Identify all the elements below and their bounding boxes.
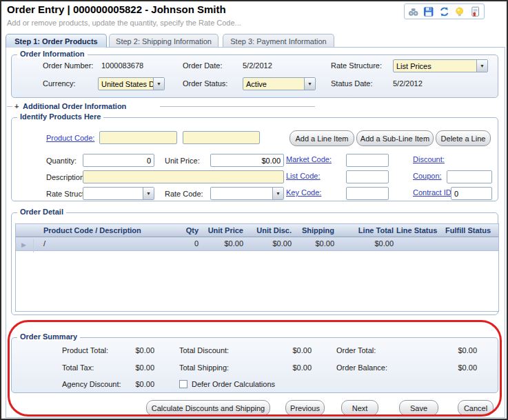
list-code-input[interactable] xyxy=(346,170,389,183)
total-tax-value: $0.00 xyxy=(101,363,154,372)
column-header: Fulfill Status xyxy=(445,226,488,234)
button-label: Add a Sub-Line Item xyxy=(360,134,429,143)
button-label: Previous xyxy=(290,404,320,412)
previous-button[interactable]: Previous xyxy=(285,400,325,416)
order-balance-label: Order Balance: xyxy=(336,363,387,372)
column-header: Unit Disc. xyxy=(250,226,292,234)
order-number-value: 1000083678 xyxy=(101,61,143,70)
market-code-link[interactable]: Market Code: xyxy=(286,155,332,163)
additional-order-information-expander[interactable]: Additional Order Information xyxy=(23,102,126,110)
next-button[interactable]: Next xyxy=(341,400,378,416)
rate-structure-label: Rate Structure: xyxy=(331,61,382,70)
chevron-down-icon: ▼ xyxy=(143,188,154,199)
chevron-down-icon: ▼ xyxy=(304,78,315,90)
list-code-link[interactable]: List Code: xyxy=(286,172,321,180)
save-icon[interactable] xyxy=(423,6,434,17)
total-shipping-value: $0.00 xyxy=(256,363,312,372)
key-code-input[interactable] xyxy=(346,187,389,200)
product-total-value: $0.00 xyxy=(101,346,154,354)
button-label: Calculate Discounts and Shipping xyxy=(152,404,265,412)
status-date-label: Status Date: xyxy=(331,79,373,88)
add-sub-line-item-button[interactable]: Add a Sub-Line Item xyxy=(356,130,434,146)
order-date-value: 5/2/2012 xyxy=(243,61,272,70)
order-entry-window: Order Entry | 000000005822 - Johnson Smi… xyxy=(0,0,508,420)
chevron-down-icon: ▼ xyxy=(476,60,487,72)
order-total-value: $0.00 xyxy=(422,346,477,354)
line-rate-structure-select[interactable]: ▼ xyxy=(83,187,154,200)
column-header: Line Total xyxy=(343,226,394,234)
total-shipping-label: Total Shipping: xyxy=(179,363,229,372)
delete-a-line-button[interactable]: Delete a Line xyxy=(436,130,491,146)
order-detail-table: Product Code / Description Qty Unit Pric… xyxy=(15,223,499,312)
order-information-legend: Order Information xyxy=(17,50,88,58)
tab-step3-payment-information[interactable]: Step 3: Payment Information xyxy=(223,34,334,48)
order-total-label: Order Total: xyxy=(336,346,376,354)
order-number-label: Order Number: xyxy=(43,61,93,70)
contract-id-input[interactable] xyxy=(451,187,492,200)
tab-label: Step 3: Payment Information xyxy=(230,37,326,46)
header-toolbar xyxy=(404,3,485,19)
refresh-icon[interactable] xyxy=(439,6,449,17)
description-input[interactable] xyxy=(83,170,284,183)
chevron-down-icon: ▼ xyxy=(272,188,283,199)
order-summary-legend: Order Summary xyxy=(17,332,80,341)
currency-select[interactable]: United States D ▼ xyxy=(98,77,165,90)
total-tax-label: Total Tax: xyxy=(62,363,94,372)
cancel-button[interactable]: Cancel xyxy=(458,400,494,416)
rate-structure-select[interactable]: List Prices ▼ xyxy=(393,59,488,72)
order-status-selected-value: Active xyxy=(243,80,304,88)
defer-order-calculations-checkbox[interactable] xyxy=(179,380,187,388)
quantity-label: Quantity: xyxy=(46,157,77,165)
column-header: Qty xyxy=(171,226,199,234)
contract-id-link[interactable]: Contract ID: xyxy=(413,188,454,197)
divider xyxy=(160,106,315,107)
column-header: Shipping xyxy=(296,226,334,234)
coupon-link[interactable]: Coupon: xyxy=(413,172,442,180)
save-button[interactable]: Save xyxy=(399,400,438,416)
market-code-input[interactable] xyxy=(346,154,389,167)
cell-line-total: $0.00 xyxy=(343,239,394,248)
defer-order-calculations-label: Defer Order Calculations xyxy=(192,380,275,388)
table-row[interactable]: ▶ / 0 $0.00 $0.00 $0.00 $0.00 xyxy=(16,237,498,251)
cell-shipping: $0.00 xyxy=(296,239,334,248)
order-detail-legend: Order Detail xyxy=(17,208,66,216)
product-code-input[interactable] xyxy=(99,131,177,144)
product-code-link[interactable]: Product Code: xyxy=(46,134,94,142)
product-code-secondary-input[interactable] xyxy=(183,131,260,144)
expand-plus-icon[interactable]: + xyxy=(14,102,19,110)
add-line-item-button[interactable]: Add a Line Item xyxy=(289,130,354,146)
cell-unit-disc: $0.00 xyxy=(250,239,292,248)
lightbulb-icon[interactable] xyxy=(454,6,465,17)
tab-step2-shipping-information[interactable]: Step 2: Shipping Information xyxy=(109,34,219,48)
rate-code-label: Rate Code: xyxy=(165,190,203,198)
button-label: Cancel xyxy=(464,404,487,412)
order-status-select[interactable]: Active ▼ xyxy=(243,77,316,90)
quantity-input[interactable] xyxy=(83,154,154,167)
binoculars-icon[interactable] xyxy=(408,6,418,17)
divider xyxy=(7,106,12,107)
button-label: Next xyxy=(352,404,368,412)
column-header: Unit Price xyxy=(203,226,243,234)
discount-link[interactable]: Discount: xyxy=(413,155,445,163)
agency-discount-value: $0.00 xyxy=(101,380,154,388)
column-header: Line Status xyxy=(396,226,436,234)
calculate-discounts-and-shipping-button[interactable]: Calculate Discounts and Shipping xyxy=(146,400,270,416)
unit-price-input[interactable] xyxy=(210,154,284,167)
column-header: Product Code / Description xyxy=(43,226,141,234)
rate-code-select[interactable]: ▼ xyxy=(210,187,284,200)
row-selector-arrow-icon: ▶ xyxy=(21,241,26,248)
order-date-label: Order Date: xyxy=(183,61,222,70)
row-selector-gutter: ▶ xyxy=(16,239,34,252)
coupon-input[interactable] xyxy=(447,170,492,183)
identify-products-legend: Identify Products Here xyxy=(17,112,103,121)
table-header-row: Product Code / Description Qty Unit Pric… xyxy=(16,224,498,237)
key-code-link[interactable]: Key Code: xyxy=(286,188,321,197)
cell-unit-price: $0.00 xyxy=(203,239,243,248)
report-icon[interactable] xyxy=(470,6,480,17)
tab-step1-order-products[interactable]: Step 1: Order Products xyxy=(6,34,107,48)
cell-qty: 0 xyxy=(171,239,199,248)
status-date-value: 5/2/2012 xyxy=(393,79,423,88)
cell-product: / xyxy=(43,239,45,248)
chevron-down-icon: ▼ xyxy=(153,78,164,90)
page-subtitle: Add or remove products, update the quant… xyxy=(7,19,241,27)
